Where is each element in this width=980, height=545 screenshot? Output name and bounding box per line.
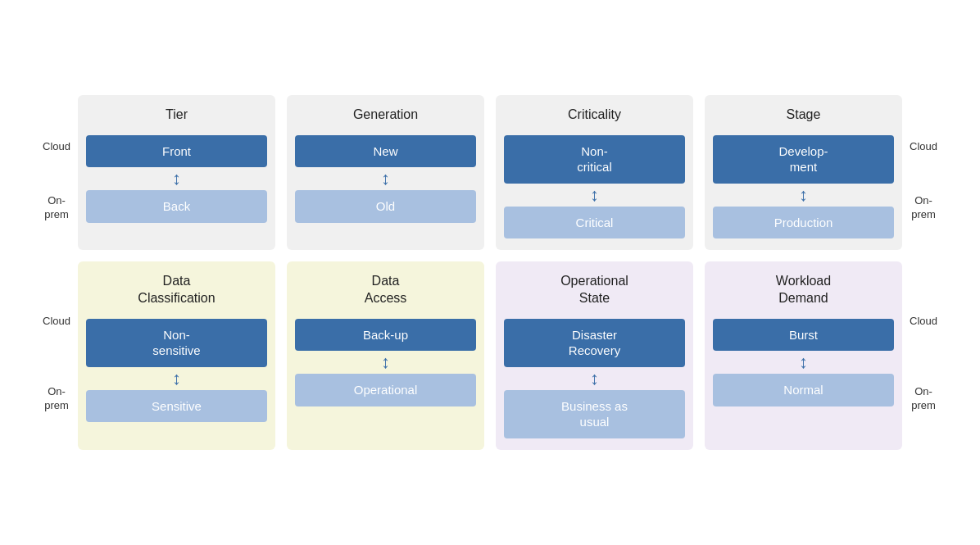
- arrow-0-1: ↕: [295, 167, 476, 190]
- arrow-icon-1-3: ↕: [799, 353, 808, 371]
- cards-row-0: TierFront↕BackGenerationNew↕OldCriticali…: [78, 95, 902, 250]
- arrow-icon-1-0: ↕: [172, 370, 181, 388]
- card-0-3: StageDevelop- ment↕Production: [705, 95, 902, 250]
- left-label-1-0: Cloud: [35, 315, 78, 329]
- top-box-0-0: Front: [86, 135, 267, 168]
- arrow-1-2: ↕: [504, 367, 685, 390]
- bottom-box-1-1: Operational: [295, 374, 476, 406]
- bottom-box-1-0: Sensitive: [86, 390, 267, 423]
- top-box-1-0: Non- sensitive: [86, 319, 267, 367]
- top-box-0-1: New: [295, 135, 476, 168]
- right-label-1-1: On- prem: [902, 385, 945, 413]
- card-title-1-2: Operational State: [560, 273, 628, 307]
- arrow-icon-0-2: ↕: [590, 186, 599, 204]
- card-1-2: Operational StateDisaster Recovery↕Busin…: [496, 261, 693, 450]
- bottom-box-0-3: Production: [713, 207, 894, 239]
- bottom-box-0-2: Critical: [504, 207, 685, 239]
- arrow-0-3: ↕: [713, 184, 894, 207]
- right-label-1-0: Cloud: [902, 315, 945, 329]
- bottom-box-0-1: Old: [295, 190, 476, 223]
- left-label-0-1: On- prem: [35, 194, 78, 222]
- card-0-2: CriticalityNon- critical↕Critical: [496, 95, 693, 250]
- arrow-icon-0-0: ↕: [172, 170, 181, 188]
- top-box-1-2: Disaster Recovery: [504, 319, 685, 367]
- arrow-0-2: ↕: [504, 184, 685, 207]
- card-1-3: Workload DemandBurst↕Normal: [705, 261, 902, 450]
- card-title-0-2: Criticality: [568, 107, 621, 124]
- arrow-icon-1-2: ↕: [590, 370, 599, 388]
- right-label-0-0: Cloud: [902, 140, 945, 154]
- bottom-box-1-2: Business as usual: [504, 390, 685, 438]
- card-0-1: GenerationNew↕Old: [287, 95, 484, 250]
- top-box-1-1: Back-up: [295, 319, 476, 352]
- top-box-0-2: Non- critical: [504, 135, 685, 184]
- arrow-1-3: ↕: [713, 351, 894, 374]
- card-1-0: Data ClassificationNon- sensitive↕Sensit…: [78, 261, 275, 450]
- row-0: CloudOn- premTierFront↕BackGenerationNew…: [35, 95, 945, 250]
- left-label-0-0: Cloud: [35, 140, 78, 154]
- card-0-0: TierFront↕Back: [78, 95, 275, 250]
- arrow-1-1: ↕: [295, 351, 476, 374]
- left-label-1-1: On- prem: [35, 385, 78, 413]
- top-box-1-3: Burst: [713, 319, 894, 352]
- cards-row-1: Data ClassificationNon- sensitive↕Sensit…: [78, 261, 902, 450]
- left-labels-row-1: CloudOn- prem: [35, 261, 78, 450]
- card-title-0-0: Tier: [166, 107, 188, 124]
- arrow-1-0: ↕: [86, 367, 267, 390]
- right-labels-row-0: CloudOn- prem: [902, 95, 945, 250]
- arrow-icon-0-3: ↕: [799, 186, 808, 204]
- arrow-icon-1-1: ↕: [381, 353, 390, 371]
- arrow-0-0: ↕: [86, 167, 267, 190]
- card-1-1: Data AccessBack-up↕Operational: [287, 261, 484, 450]
- card-title-0-3: Stage: [787, 107, 821, 124]
- card-title-1-0: Data Classification: [138, 273, 215, 307]
- card-title-1-1: Data Access: [365, 273, 407, 307]
- bottom-box-0-0: Back: [86, 190, 267, 223]
- right-labels-row-1: CloudOn- prem: [902, 261, 945, 450]
- top-box-0-3: Develop- ment: [713, 135, 894, 184]
- left-labels-row-0: CloudOn- prem: [35, 95, 78, 250]
- row-1: CloudOn- premData ClassificationNon- sen…: [35, 261, 945, 450]
- main-diagram: CloudOn- premTierFront↕BackGenerationNew…: [19, 87, 961, 458]
- bottom-box-1-3: Normal: [713, 374, 894, 406]
- right-label-0-1: On- prem: [902, 194, 945, 222]
- card-title-1-3: Workload Demand: [776, 273, 831, 307]
- card-title-0-1: Generation: [353, 107, 418, 124]
- arrow-icon-0-1: ↕: [381, 170, 390, 188]
